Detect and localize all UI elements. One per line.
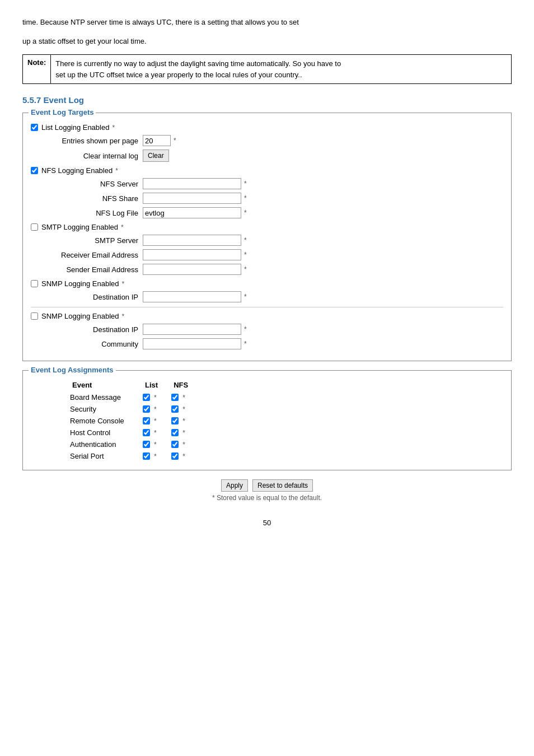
list-cell: * (137, 427, 166, 438)
note-content: There is currently no way to adjust the … (51, 55, 345, 83)
sender-email-input[interactable] (143, 264, 241, 275)
list-checkbox[interactable] (143, 429, 150, 436)
list-checkbox[interactable] (143, 394, 150, 401)
sender-email-asterisk: * (244, 265, 247, 273)
note-line2: set up the UTC offset twice a year prope… (55, 71, 302, 79)
nfs-share-asterisk: * (244, 194, 247, 202)
clear-button[interactable]: Clear (143, 150, 169, 162)
smtp-logging-checkbox[interactable] (31, 223, 38, 231)
table-row: Security** (64, 403, 196, 415)
entries-per-page-input[interactable] (143, 135, 171, 146)
table-row: Authentication** (64, 438, 196, 450)
community-label: Community (31, 340, 143, 348)
event-log-assignments-legend: Event Log Assignments (29, 366, 116, 374)
list-checkbox[interactable] (143, 405, 150, 413)
nfs-checkbox[interactable] (171, 452, 179, 460)
destination-ip1-row: Destination IP * (31, 291, 503, 302)
intro-text-1: time. Because NTP server time is always … (22, 17, 512, 28)
nfs-logging-checkbox[interactable] (31, 167, 38, 174)
destination-ip2-label: Destination IP (31, 325, 143, 334)
list-checkbox[interactable] (143, 452, 150, 460)
nfs-checkbox[interactable] (171, 405, 179, 413)
list-cell: * (137, 450, 166, 462)
nfs-cell: * (166, 415, 196, 427)
list-checkbox[interactable] (143, 441, 150, 448)
nfs-checkbox[interactable] (171, 394, 179, 401)
destination-ip1-input[interactable] (143, 291, 241, 302)
nfs-share-input[interactable] (143, 193, 241, 204)
nfs-cell: * (166, 403, 196, 415)
nfs-logging-label: NFS Logging Enabled (41, 166, 113, 175)
destination-ip2-input[interactable] (143, 324, 241, 335)
table-row: Host Control** (64, 427, 196, 438)
nfs-asterisk: * (182, 452, 185, 460)
event-name: Serial Port (64, 450, 137, 462)
event-name: Security (64, 403, 137, 415)
list-checkbox[interactable] (143, 417, 150, 424)
list-logging-checkbox[interactable] (31, 124, 38, 131)
snmp-logging1-row: SNMP Logging Enabled * (31, 279, 503, 288)
footer-buttons: Apply Reset to defaults (22, 479, 512, 492)
receiver-email-asterisk: * (244, 251, 247, 259)
smtp-server-input[interactable] (143, 235, 241, 246)
apply-button[interactable]: Apply (221, 479, 248, 492)
event-log-targets-box: Event Log Targets List Logging Enabled *… (22, 113, 512, 361)
smtp-server-label: SMTP Server (31, 236, 143, 245)
list-cell: * (137, 403, 166, 415)
nfs-log-file-input[interactable] (143, 207, 241, 218)
nfs-server-input[interactable] (143, 178, 241, 189)
assignments-table: Event List NFS Board Message**Security**… (64, 380, 196, 462)
receiver-email-row: Receiver Email Address * (31, 249, 503, 260)
nfs-checkbox[interactable] (171, 417, 179, 424)
footer-note: * Stored value is equal to the default. (22, 494, 512, 502)
nfs-asterisk: * (182, 417, 185, 425)
nfs-asterisk: * (182, 394, 185, 402)
nfs-share-row: NFS Share * (31, 193, 503, 204)
destination-ip1-asterisk: * (244, 293, 247, 301)
list-asterisk: * (154, 452, 157, 460)
community-input[interactable] (143, 338, 241, 349)
destination-ip2-row: Destination IP * (31, 324, 503, 335)
nfs-checkbox[interactable] (171, 429, 179, 436)
smtp-logging-label: SMTP Logging Enabled (41, 223, 118, 231)
section-title: 5.5.7 Event Log (22, 95, 512, 105)
nfs-asterisk: * (182, 441, 185, 449)
list-asterisk: * (154, 441, 157, 449)
entries-per-page-asterisk: * (174, 137, 176, 144)
snmp-logging1-checkbox[interactable] (31, 280, 38, 287)
nfs-server-label: NFS Server (31, 180, 143, 188)
nfs-logging-asterisk: * (115, 167, 118, 175)
table-row: Board Message** (64, 391, 196, 403)
list-logging-asterisk: * (112, 124, 115, 132)
nfs-cell: * (166, 391, 196, 403)
nfs-logging-row: NFS Logging Enabled * (31, 166, 503, 175)
nfs-server-row: NFS Server * (31, 178, 503, 189)
clear-internal-log-row: Clear internal log Clear (31, 150, 503, 162)
note-label: Note: (23, 55, 51, 83)
table-row: Serial Port** (64, 450, 196, 462)
community-asterisk: * (244, 340, 247, 348)
snmp-logging2-label: SNMP Logging Enabled (41, 312, 119, 320)
event-name: Board Message (64, 391, 137, 403)
col-nfs: NFS (166, 380, 196, 391)
note-line1: There is currently no way to adjust the … (55, 59, 341, 68)
list-cell: * (137, 391, 166, 403)
snmp-logging2-checkbox[interactable] (31, 312, 38, 320)
table-row: Remote Console** (64, 415, 196, 427)
nfs-share-label: NFS Share (31, 194, 143, 203)
snmp-logging1-label: SNMP Logging Enabled (41, 279, 119, 288)
smtp-logging-row: SMTP Logging Enabled * (31, 223, 503, 231)
receiver-email-input[interactable] (143, 249, 241, 260)
smtp-logging-asterisk: * (121, 223, 124, 231)
list-asterisk: * (154, 417, 157, 425)
list-asterisk: * (154, 429, 157, 437)
list-cell: * (137, 438, 166, 450)
col-list: List (137, 380, 166, 391)
page-number: 50 (22, 519, 512, 527)
nfs-checkbox[interactable] (171, 441, 179, 448)
reset-button[interactable]: Reset to defaults (252, 479, 313, 492)
sender-email-row: Sender Email Address * (31, 264, 503, 275)
nfs-log-file-label: NFS Log File (31, 209, 143, 217)
nfs-asterisk: * (182, 405, 185, 413)
smtp-server-asterisk: * (244, 236, 247, 244)
